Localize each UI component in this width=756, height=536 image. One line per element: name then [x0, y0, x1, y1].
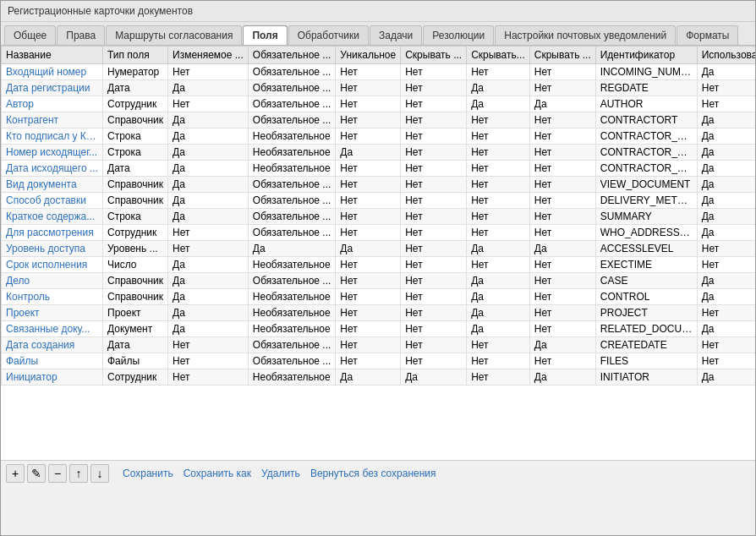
table-row[interactable]: ПроектПроектДаНеобязательноеНетНетДаНетP…: [2, 305, 756, 321]
cell-2-0: Автор: [2, 96, 103, 112]
cell-3-9: Да: [697, 112, 755, 129]
cell-9-4: Нет: [336, 209, 401, 225]
cell-11-1: Уровень ...: [103, 241, 168, 257]
table-row[interactable]: Кто подписал у Ко...СтрокаДаНеобязательн…: [2, 129, 756, 145]
tab-маршруты-согласования[interactable]: Маршруты согласования: [106, 25, 242, 45]
cell-5-4: Да: [336, 145, 401, 161]
tab-поля[interactable]: Поля: [243, 25, 287, 45]
tab-обработчики[interactable]: Обработчики: [288, 25, 369, 45]
table-row[interactable]: ДелоСправочникДаОбязательное ...НетНетДа…: [2, 273, 756, 289]
cell-11-7: Да: [529, 241, 595, 257]
cell-18-3: Обязательное ...: [248, 353, 336, 369]
cell-3-4: Нет: [336, 112, 401, 129]
table-row[interactable]: Для рассмотренияСотрудникНетОбязательное…: [2, 225, 756, 241]
cell-4-9: Да: [697, 129, 755, 145]
cell-19-6: Нет: [467, 369, 530, 386]
tab-настройки-почтовых-уведомлений[interactable]: Настройки почтовых уведомлений: [495, 25, 676, 45]
table-row[interactable]: Входящий номерНумераторНетОбязательное .…: [2, 64, 756, 80]
cell-8-4: Нет: [336, 193, 401, 209]
cell-16-9: Да: [697, 321, 755, 337]
cell-12-7: Нет: [529, 257, 595, 273]
cell-15-9: Нет: [697, 305, 755, 321]
cell-12-5: Нет: [401, 257, 467, 273]
cell-7-6: Нет: [467, 177, 530, 193]
cell-2-9: Нет: [697, 96, 755, 112]
cell-14-3: Необязательное: [248, 289, 336, 305]
cell-16-5: Нет: [401, 321, 467, 337]
tab-форматы[interactable]: Форматы: [677, 25, 738, 45]
cell-18-6: Нет: [467, 353, 530, 369]
cell-1-1: Дата: [103, 80, 168, 96]
cell-15-8: PROJECT: [595, 305, 697, 321]
cell-6-1: Дата: [103, 161, 168, 177]
cell-5-3: Необязательное: [248, 145, 336, 161]
move-down-button[interactable]: ↓: [90, 464, 109, 483]
cell-8-6: Нет: [467, 193, 530, 209]
cell-2-3: Обязательное ...: [248, 96, 336, 112]
tab-задачи[interactable]: Задачи: [370, 25, 422, 45]
cell-3-3: Обязательное ...: [248, 112, 336, 129]
cell-15-1: Проект: [103, 305, 168, 321]
table-row[interactable]: Номер исходящег...СтрокаДаНеобязательное…: [2, 145, 756, 161]
table-row[interactable]: КонтрольСправочникДаНеобязательноеНетНет…: [2, 289, 756, 305]
save-link[interactable]: Сохранить: [123, 468, 173, 479]
cell-10-6: Нет: [467, 225, 530, 241]
cell-19-0: Инициатор: [2, 369, 103, 386]
cell-0-9: Да: [697, 64, 755, 80]
cell-0-0: Входящий номер: [2, 64, 103, 80]
cell-14-2: Да: [168, 289, 249, 305]
tab-права[interactable]: Права: [57, 25, 105, 45]
save-as-link[interactable]: Сохранить как: [184, 468, 251, 479]
cell-7-8: VIEW_DOCUMENT: [595, 177, 697, 193]
table-row[interactable]: Связанные доку...ДокументДаНеобязательно…: [2, 321, 756, 337]
cell-5-7: Нет: [529, 145, 595, 161]
col-header-9: Использовать...: [697, 46, 755, 64]
cell-19-5: Да: [401, 369, 467, 386]
table-row[interactable]: ФайлыФайлыНетОбязательное ...НетНетНетНе…: [2, 353, 756, 369]
revert-link[interactable]: Вернуться без сохранения: [310, 468, 436, 479]
cell-10-8: WHO_ADDRESSED: [595, 225, 697, 241]
col-header-3: Обязательное ...: [248, 46, 336, 64]
cell-14-8: CONTROL: [595, 289, 697, 305]
cell-18-0: Файлы: [2, 353, 103, 369]
cell-6-0: Дата исходящего ...: [2, 161, 103, 177]
cell-2-8: AUTHOR: [595, 96, 697, 112]
table-row[interactable]: Дата созданияДатаНетОбязательное ...НетН…: [2, 337, 756, 353]
cell-0-5: Нет: [401, 64, 467, 80]
table-row[interactable]: Дата регистрацииДатаДаОбязательное ...Не…: [2, 80, 756, 96]
table-row[interactable]: Дата исходящего ...ДатаДаНеобязательноеН…: [2, 161, 756, 177]
cell-5-9: Да: [697, 145, 755, 161]
cell-6-5: Нет: [401, 161, 467, 177]
delete-row-button[interactable]: −: [48, 464, 67, 483]
cell-0-2: Нет: [168, 64, 249, 80]
cell-9-8: SUMMARY: [595, 209, 697, 225]
table-row[interactable]: Вид документаСправочникДаОбязательное ..…: [2, 177, 756, 193]
cell-2-4: Нет: [336, 96, 401, 112]
table-row[interactable]: Уровень доступаУровень ...НетДаДаНетДаДа…: [2, 241, 756, 257]
tab-резолюции[interactable]: Резолюции: [423, 25, 494, 45]
table-row[interactable]: Срок исполненияЧислоДаНеобязательноеНетН…: [2, 257, 756, 273]
tab-общее[interactable]: Общее: [4, 25, 56, 45]
table-row[interactable]: Способ доставкиСправочникДаОбязательное …: [2, 193, 756, 209]
cell-1-3: Обязательное ...: [248, 80, 336, 96]
cell-16-3: Необязательное: [248, 321, 336, 337]
cell-14-1: Справочник: [103, 289, 168, 305]
edit-button[interactable]: ✎: [27, 464, 46, 483]
cell-9-5: Нет: [401, 209, 467, 225]
table-row[interactable]: ИнициаторСотрудникНетНеобязательноеДаДаН…: [2, 369, 756, 386]
delete-link[interactable]: Удалить: [261, 468, 300, 479]
cell-3-2: Да: [168, 112, 249, 129]
add-button[interactable]: +: [6, 464, 25, 483]
table-row[interactable]: Краткое содержа...СтрокаДаОбязательное .…: [2, 209, 756, 225]
table-row[interactable]: КонтрагентСправочникДаОбязательное ...Не…: [2, 112, 756, 129]
fields-table: НазваниеТип поляИзменяемое ...Обязательн…: [1, 46, 755, 386]
cell-13-9: Да: [697, 273, 755, 289]
cell-4-3: Необязательное: [248, 129, 336, 145]
cell-4-5: Нет: [401, 129, 467, 145]
tab-bar: ОбщееПраваМаршруты согласованияПоляОбраб…: [1, 22, 755, 46]
cell-16-2: Да: [168, 321, 249, 337]
table-row[interactable]: АвторСотрудникНетОбязательное ...НетНетД…: [2, 96, 756, 112]
move-up-button[interactable]: ↑: [69, 464, 88, 483]
cell-9-1: Строка: [103, 209, 168, 225]
table-container: НазваниеТип поляИзменяемое ...Обязательн…: [1, 46, 755, 460]
